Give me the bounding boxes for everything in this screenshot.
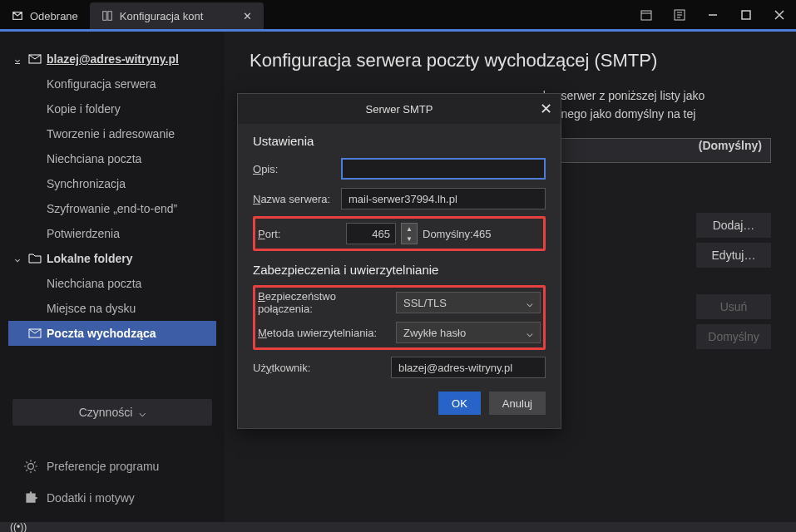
sidebar-local-folders[interactable]: ⌵ Lokalne foldery xyxy=(8,246,216,271)
chevron-down-icon: ⌵ xyxy=(139,406,146,419)
sidebar-item-junk[interactable]: Niechciana poczta xyxy=(8,146,216,171)
folder-icon xyxy=(28,252,42,265)
user-label: Użytkownik: xyxy=(253,362,386,374)
server-input[interactable] xyxy=(341,188,546,209)
mail-icon xyxy=(28,52,42,66)
actions-button[interactable]: Czynności ⌵ xyxy=(12,399,212,426)
dialog-titlebar: Serwer SMTP ✕ xyxy=(238,94,561,124)
book-icon xyxy=(101,10,113,22)
svg-rect-2 xyxy=(641,11,651,20)
sidebar-item-copies[interactable]: Kopie i foldery xyxy=(8,96,216,121)
section-security: Zabezpieczenia i uwierzytelnianie xyxy=(253,263,546,277)
smtp-dialog: Serwer SMTP ✕ Ustawienia Opis: Nazwa ser… xyxy=(237,93,561,429)
security-highlight: Bezpieczeństwo połączenia: SSL/TLS⌵ Meto… xyxy=(253,285,546,350)
user-input[interactable] xyxy=(391,357,546,378)
sidebar-outgoing[interactable]: Poczta wychodząca xyxy=(8,321,216,346)
chevron-down-icon: ⌵ xyxy=(15,55,23,64)
chevron-down-icon: ⌵ xyxy=(15,254,23,264)
delete-button[interactable]: Usuń xyxy=(696,294,771,319)
titlebar: Odebrane Konfiguracja kont ✕ xyxy=(0,0,796,32)
close-icon[interactable]: ✕ xyxy=(243,10,252,22)
sidebar-account[interactable]: ⌵ blazej@adres-witryny.pl xyxy=(8,47,216,71)
sidebar-local-junk[interactable]: Niechciana poczta xyxy=(8,271,216,296)
inbox-icon xyxy=(12,10,23,22)
port-label: Port: xyxy=(258,228,341,240)
minimize-button[interactable] xyxy=(696,0,729,31)
sidebar-item-compose[interactable]: Tworzenie i adresowanie xyxy=(8,121,216,146)
port-input[interactable] xyxy=(346,223,396,244)
auth-label: Metoda uwierzytelniania: xyxy=(258,327,391,339)
preferences-link[interactable]: Preferencje programu xyxy=(8,451,216,482)
send-icon xyxy=(28,327,42,340)
cancel-button[interactable]: Anuluj xyxy=(489,392,546,415)
add-button[interactable]: Dodaj… xyxy=(696,213,771,238)
edit-button[interactable]: Edytuj… xyxy=(696,243,771,268)
sidebar-item-receipts[interactable]: Potwierdzenia xyxy=(8,221,216,246)
close-button[interactable] xyxy=(763,0,796,31)
ok-button[interactable]: OK xyxy=(438,392,481,415)
server-label: Nazwa serwera: xyxy=(253,193,336,205)
gear-icon xyxy=(23,459,38,474)
tab-label: Odebrane xyxy=(30,10,78,22)
sidebar-local-disk[interactable]: Miejsce na dysku xyxy=(8,296,216,321)
svg-point-9 xyxy=(28,464,34,470)
tab-config[interactable]: Konfiguracja kont ✕ xyxy=(90,2,264,29)
security-label: Bezpieczeństwo połączenia: xyxy=(258,290,391,315)
calendar-icon[interactable] xyxy=(630,0,663,31)
tab-label: Konfiguracja kont xyxy=(120,10,203,22)
sidebar-item-server[interactable]: Konfiguracja serwera xyxy=(8,71,216,96)
port-default-label: Domyślny:465 xyxy=(423,228,491,240)
dialog-close-button[interactable]: ✕ xyxy=(540,100,552,118)
section-settings: Ustawienia xyxy=(253,134,546,148)
desc-input[interactable] xyxy=(341,158,546,180)
maximize-button[interactable] xyxy=(729,0,763,31)
sidebar-item-sync[interactable]: Synchronizacja xyxy=(8,171,216,196)
security-select[interactable]: SSL/TLS⌵ xyxy=(396,292,541,313)
sync-icon: ((•)) xyxy=(10,521,27,532)
desc-label: Opis: xyxy=(253,163,336,175)
chevron-down-icon: ⌵ xyxy=(527,327,533,339)
svg-rect-6 xyxy=(742,11,750,19)
sidebar: ⌵ blazej@adres-witryny.pl Konfiguracja s… xyxy=(0,32,225,522)
svg-rect-1 xyxy=(108,12,111,21)
port-highlight: Port: ▲▼ Domyślny:465 xyxy=(253,216,546,251)
svg-rect-0 xyxy=(103,12,106,21)
puzzle-icon xyxy=(23,490,38,505)
addons-link[interactable]: Dodatki i motywy xyxy=(8,482,216,514)
tasks-icon[interactable] xyxy=(663,0,696,31)
chevron-down-icon: ⌵ xyxy=(527,297,533,309)
page-title: Konfiguracja serwera poczty wychodzącej … xyxy=(250,50,771,71)
default-button[interactable]: Domyślny xyxy=(696,324,771,349)
auth-select[interactable]: Zwykłe hasło⌵ xyxy=(396,322,541,343)
port-spinner[interactable]: ▲▼ xyxy=(401,223,418,244)
statusbar: ((•)) xyxy=(0,522,796,532)
sidebar-item-e2e[interactable]: Szyfrowanie „end-to-end” xyxy=(8,196,216,221)
tab-inbox[interactable]: Odebrane xyxy=(0,2,90,29)
